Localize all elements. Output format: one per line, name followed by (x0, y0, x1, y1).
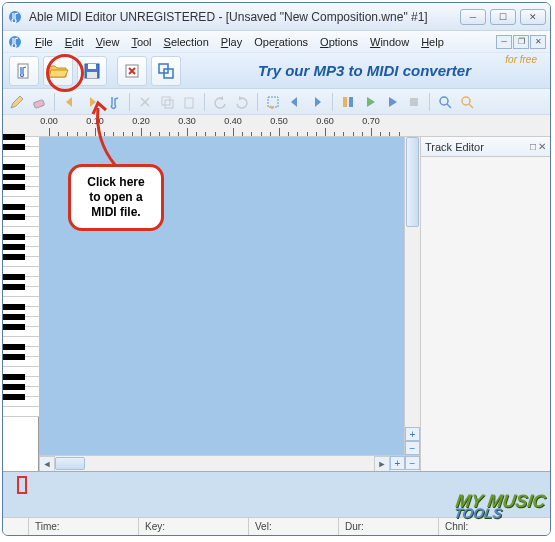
app-icon (7, 9, 23, 25)
hscroll-thumb[interactable] (55, 457, 85, 470)
svg-rect-10 (162, 97, 170, 105)
windows-icon (156, 61, 176, 81)
zoom-fit-button[interactable] (457, 92, 477, 112)
piano-black-key[interactable] (3, 234, 25, 240)
piano-black-key[interactable] (3, 144, 25, 150)
maximize-button[interactable]: ☐ (490, 9, 516, 25)
minimize-button[interactable]: ─ (460, 9, 486, 25)
separator (257, 93, 258, 111)
select-prev-button[interactable] (285, 92, 305, 112)
mdi-minimize-button[interactable]: ─ (496, 35, 512, 49)
piano-black-key[interactable] (3, 304, 25, 310)
track-list[interactable] (421, 157, 550, 471)
hscroll-right-button[interactable]: ► (374, 456, 390, 472)
piano-black-key[interactable] (3, 184, 25, 190)
piano-black-key[interactable] (3, 134, 25, 140)
tools-toolbar (3, 89, 550, 115)
ruler-tick-label: 0.50 (270, 116, 288, 126)
vzoom-in-button[interactable]: + (405, 427, 420, 441)
piano-keyboard[interactable] (3, 137, 39, 471)
piano-black-key[interactable] (3, 204, 25, 210)
save-icon (82, 61, 102, 81)
menu-view[interactable]: View (90, 34, 126, 50)
paste-button[interactable] (179, 92, 199, 112)
track-panel-header: Track Editor □ ✕ (421, 137, 550, 157)
save-button[interactable] (77, 56, 107, 86)
banner-subtext: for free (505, 54, 537, 65)
piano-white-key[interactable] (3, 407, 39, 417)
ruler-tick-label: 0.60 (316, 116, 334, 126)
piano-black-key[interactable] (3, 244, 25, 250)
banner-link[interactable]: Try our MP3 to MIDI converter (185, 62, 544, 79)
piano-black-key[interactable] (3, 284, 25, 290)
hzoom-in-button[interactable]: + (390, 456, 405, 470)
window-title: Able MIDI Editor UNREGISTERED - [Unsaved… (29, 10, 460, 24)
vertical-scroll-thumb[interactable] (406, 137, 419, 227)
redo-button[interactable] (232, 92, 252, 112)
pencil-tool-button[interactable] (7, 92, 27, 112)
svg-rect-9 (33, 99, 44, 108)
piano-black-key[interactable] (3, 214, 25, 220)
snap-button[interactable] (338, 92, 358, 112)
horizontal-scrollbar[interactable]: ◄ ► + − (39, 455, 420, 471)
svg-rect-5 (87, 72, 97, 78)
zoom-button[interactable] (435, 92, 455, 112)
piano-black-key[interactable] (3, 394, 25, 400)
piano-black-key[interactable] (3, 174, 25, 180)
undo-button[interactable] (210, 92, 230, 112)
new-file-icon (14, 61, 34, 81)
delete-button[interactable] (117, 56, 147, 86)
new-file-button[interactable] (9, 56, 39, 86)
mdi-restore-button[interactable]: ❐ (513, 35, 529, 49)
menu-play[interactable]: Play (215, 34, 248, 50)
pin-icon[interactable]: □ (530, 141, 536, 152)
menu-edit[interactable]: Edit (59, 34, 90, 50)
close-panel-button[interactable]: ✕ (538, 141, 546, 152)
hscroll-left-button[interactable]: ◄ (39, 456, 55, 472)
select-tool-button[interactable] (263, 92, 283, 112)
vertical-scrollbar[interactable]: + − (404, 137, 420, 455)
menu-selection[interactable]: Selection (158, 34, 215, 50)
svg-rect-13 (268, 97, 278, 107)
status-icon-cell (3, 518, 29, 535)
menubar: File Edit View Tool Selection Play Opera… (3, 31, 550, 53)
separator (54, 93, 55, 111)
close-button[interactable]: ✕ (520, 9, 546, 25)
time-ruler: 0.000.100.200.300.400.500.600.70 (3, 115, 550, 137)
copy-button[interactable] (157, 92, 177, 112)
menu-help[interactable]: Help (415, 34, 450, 50)
position-marker[interactable] (17, 476, 27, 494)
menu-options[interactable]: Options (314, 34, 364, 50)
play-button[interactable] (360, 92, 380, 112)
stop-button[interactable] (404, 92, 424, 112)
piano-black-key[interactable] (3, 354, 25, 360)
play-selection-button[interactable] (382, 92, 402, 112)
open-file-button[interactable] (43, 56, 73, 86)
piano-black-key[interactable] (3, 324, 25, 330)
piano-black-key[interactable] (3, 384, 25, 390)
mdi-close-button[interactable]: ✕ (530, 35, 546, 49)
eraser-tool-button[interactable] (29, 92, 49, 112)
cascade-windows-button[interactable] (151, 56, 181, 86)
hzoom-out-button[interactable]: − (405, 456, 420, 470)
menu-operations[interactable]: Operations (248, 34, 314, 50)
piano-black-key[interactable] (3, 254, 25, 260)
piano-black-key[interactable] (3, 344, 25, 350)
titlebar: Able MIDI Editor UNREGISTERED - [Unsaved… (3, 3, 550, 31)
hscroll-track[interactable] (55, 456, 374, 471)
prev-note-button[interactable] (60, 92, 80, 112)
separator (332, 93, 333, 111)
menu-tool[interactable]: Tool (125, 34, 157, 50)
vzoom-out-button[interactable]: − (405, 441, 420, 455)
tutorial-arrow (90, 100, 140, 170)
ruler-tick-label: 0.00 (40, 116, 58, 126)
piano-black-key[interactable] (3, 274, 25, 280)
menu-file[interactable]: File (29, 34, 59, 50)
piano-black-key[interactable] (3, 374, 25, 380)
select-next-button[interactable] (307, 92, 327, 112)
piano-black-key[interactable] (3, 314, 25, 320)
menu-window[interactable]: Window (364, 34, 415, 50)
piano-black-key[interactable] (3, 164, 25, 170)
delete-icon (123, 62, 141, 80)
app-window: Able MIDI Editor UNREGISTERED - [Unsaved… (2, 2, 551, 536)
